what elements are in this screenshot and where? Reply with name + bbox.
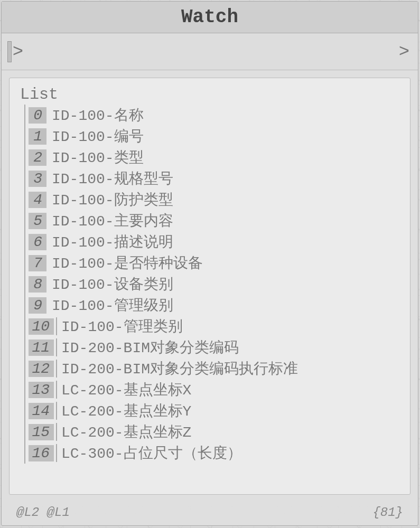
nesting-pipe <box>56 317 57 335</box>
node-title: Watch <box>181 6 238 28</box>
nesting-pipe <box>56 360 57 378</box>
output-port-glyph: > <box>399 42 409 62</box>
list-item[interactable]: 15LC-200-基点坐标Z <box>29 421 406 442</box>
list-header: List <box>20 86 406 103</box>
list-item[interactable]: 16LC-300-占位尺寸（长度） <box>29 442 406 464</box>
list-item-value: LC-200-基点坐标Y <box>61 401 191 421</box>
scroll-area[interactable]: List 0ID-100-名称1ID-100-编号2ID-100-类型3ID-1… <box>10 78 410 494</box>
list-item[interactable]: 3ID-100-规格型号 <box>29 168 406 189</box>
list-item-index: 14 <box>29 403 54 419</box>
list-item[interactable]: 10ID-100-管理类别 <box>29 316 406 337</box>
list-item[interactable]: 0ID-100-名称 <box>29 105 406 126</box>
nesting-pipe <box>56 402 57 420</box>
footer-levels: @L2 @L1 <box>16 505 70 520</box>
list-item-index: 0 <box>29 107 46 124</box>
list-item-value: LC-300-占位尺寸（长度） <box>61 443 242 463</box>
list-item[interactable]: 14LC-200-基点坐标Y <box>29 400 406 421</box>
list-item[interactable]: 13LC-200-基点坐标X <box>29 379 406 400</box>
nesting-pipe <box>56 444 57 462</box>
list-item-value: ID-100-设备类别 <box>52 274 173 294</box>
list-body: 0ID-100-名称1ID-100-编号2ID-100-类型3ID-100-规格… <box>24 105 406 464</box>
input-port-glyph: > <box>13 42 23 62</box>
list-item-value: ID-100-描述说明 <box>52 232 173 252</box>
list-item[interactable]: 6ID-100-描述说明 <box>29 231 406 252</box>
list-item[interactable]: 11ID-200-BIM对象分类编码 <box>29 337 406 358</box>
list-item-value: ID-100-是否特种设备 <box>52 253 203 273</box>
list-item-index: 15 <box>29 424 54 440</box>
port-row: > > <box>2 33 418 70</box>
list-item[interactable]: 4ID-100-防护类型 <box>29 189 406 210</box>
list-item-index: 4 <box>29 192 46 208</box>
list-item-value: ID-100-编号 <box>52 126 144 146</box>
content-area: List 0ID-100-名称1ID-100-编号2ID-100-类型3ID-1… <box>9 78 410 495</box>
list-item-index: 8 <box>29 276 46 293</box>
list-item-index: 11 <box>29 340 54 356</box>
list-item-value: ID-100-管理级别 <box>52 295 173 315</box>
list-item-value: ID-100-规格型号 <box>52 168 173 188</box>
list-item[interactable]: 7ID-100-是否特种设备 <box>29 252 406 274</box>
list-item-index: 5 <box>29 213 46 229</box>
list-item-index: 6 <box>29 234 46 250</box>
list-item-index: 9 <box>29 297 46 314</box>
title-bar[interactable]: Watch <box>2 2 418 33</box>
output-port[interactable]: > <box>395 39 414 64</box>
list-item[interactable]: 1ID-100-编号 <box>29 126 406 147</box>
list-item-index: 1 <box>29 128 46 145</box>
list-item-index: 16 <box>29 445 54 461</box>
list-item-index: 10 <box>29 318 54 335</box>
list-item-value: ID-100-防护类型 <box>52 190 173 210</box>
list-item-index: 13 <box>29 382 54 398</box>
list-item-value: ID-100-主要内容 <box>52 211 173 231</box>
list-item[interactable]: 2ID-100-类型 <box>29 147 406 168</box>
nesting-pipe <box>56 423 57 441</box>
input-port[interactable]: > <box>6 39 25 64</box>
list-item-value: ID-100-类型 <box>52 147 144 167</box>
list-item-index: 7 <box>29 255 46 271</box>
list-item-value: ID-200-BIM对象分类编码 <box>61 337 239 357</box>
list-item-value: ID-100-名称 <box>52 105 144 125</box>
watch-node: Watch > > List 0ID-100-名称1ID-100-编号2ID-1… <box>1 1 418 526</box>
list-item-index: 3 <box>29 171 46 187</box>
list-item-value: ID-200-BIM对象分类编码执行标准 <box>61 359 298 379</box>
nesting-pipe <box>56 338 57 356</box>
list-item[interactable]: 12ID-200-BIM对象分类编码执行标准 <box>29 358 406 379</box>
nesting-pipe <box>56 381 57 399</box>
list-item-value: LC-200-基点坐标X <box>61 380 191 400</box>
list-item-value: LC-200-基点坐标Z <box>61 422 191 442</box>
list-item[interactable]: 8ID-100-设备类别 <box>29 274 406 295</box>
list-item[interactable]: 9ID-100-管理级别 <box>29 295 406 316</box>
footer-count: {81} <box>372 505 403 520</box>
list-item-index: 2 <box>29 149 46 166</box>
list-item-value: ID-100-管理类别 <box>61 316 183 336</box>
footer-bar: @L2 @L1 {81} <box>2 502 418 525</box>
list-item-index: 12 <box>29 361 54 377</box>
list-item[interactable]: 5ID-100-主要内容 <box>29 210 406 231</box>
